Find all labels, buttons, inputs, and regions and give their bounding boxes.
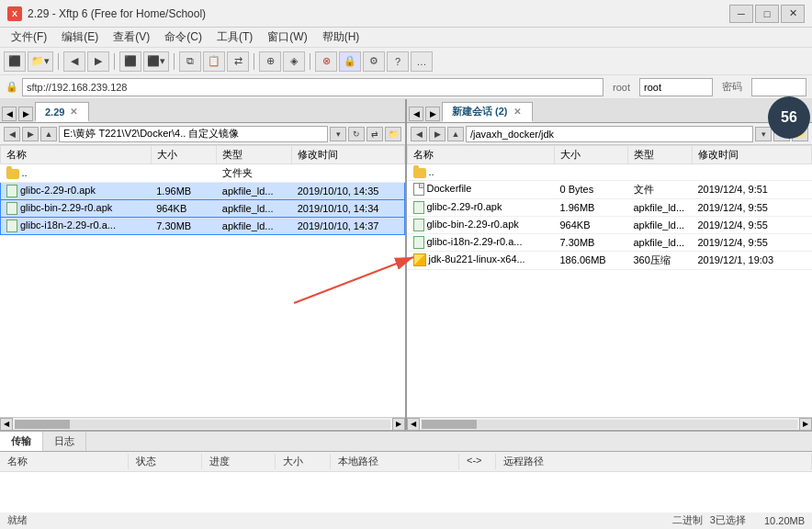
maximize-button[interactable]: □ — [755, 5, 779, 23]
window-title: 2.29 - Xftp 6 (Free for Home/School) — [28, 7, 729, 20]
left-refresh[interactable]: ↻ — [348, 127, 365, 141]
table-row[interactable]: glibc-bin-2.29-r0.apk 964KB apkfile_ld..… — [408, 216, 812, 233]
table-row[interactable]: jdk-8u221-linux-x64... 186.06MB 360压缩 20… — [408, 251, 812, 269]
toolbar-btn-paste[interactable]: 📋 — [203, 51, 225, 72]
right-tab-close[interactable]: ✕ — [512, 107, 523, 117]
col-progress: 进度 — [202, 454, 276, 469]
left-nav-forward[interactable]: ▶ — [22, 127, 39, 141]
table-row[interactable]: Dockerfile 0 Bytes 文件 2019/12/4, 9:51 — [408, 180, 812, 198]
right-tab-prev[interactable]: ◀ — [409, 107, 423, 121]
menu-help[interactable]: 帮助(H) — [315, 28, 367, 47]
toolbar-btn-info[interactable]: … — [411, 51, 433, 72]
right-scroll-right[interactable]: ▶ — [799, 418, 812, 431]
lock-icon: 🔒 — [6, 81, 18, 93]
right-scroll-track[interactable] — [422, 420, 797, 429]
menu-edit[interactable]: 编辑(E) — [54, 28, 106, 47]
toolbar-btn-circle[interactable]: ⊕ — [259, 51, 281, 72]
toolbar-btn-1[interactable]: ⬛ — [4, 51, 26, 72]
user-input[interactable] — [639, 78, 713, 96]
window-controls: ─ □ ✕ — [729, 5, 805, 23]
right-scroll-left[interactable]: ◀ — [407, 418, 420, 431]
right-hscroll[interactable]: ◀ ▶ — [407, 417, 812, 430]
minimize-button[interactable]: ─ — [729, 5, 753, 23]
left-tab-close[interactable]: ✕ — [68, 107, 79, 117]
left-path-dropdown[interactable]: ▾ — [330, 127, 346, 141]
bottom-tab-bar: 传输 日志 — [0, 432, 812, 452]
address-bar: 🔒 root 密码 — [0, 75, 812, 99]
table-row[interactable]: glibc-i18n-2.29-r0.a... 7.30MB apkfile_l… — [408, 233, 812, 251]
toolbar-btn-green-lock[interactable]: 🔒 — [339, 51, 361, 72]
folder-icon — [413, 168, 426, 178]
table-row[interactable]: glibc-bin-2.29-r0.apk 964KB apkfile_ld..… — [1, 200, 405, 218]
toolbar-btn-4[interactable]: ⬛▾ — [143, 51, 169, 72]
right-path-input[interactable] — [466, 126, 753, 142]
col-remote-path: 远程路径 — [496, 454, 812, 469]
left-open-folder[interactable]: 📁 — [385, 127, 401, 141]
right-nav-up[interactable]: ▲ — [447, 127, 464, 141]
close-button[interactable]: ✕ — [781, 5, 805, 23]
right-col-name: 名称 — [408, 146, 555, 164]
right-scroll-thumb[interactable] — [422, 420, 477, 429]
toolbar-btn-arrow[interactable]: ⇄ — [227, 51, 249, 72]
table-row[interactable]: glibc-2.29-r0.apk 1.96MB apkfile_ld... 2… — [1, 183, 405, 200]
toolbar-btn-copy[interactable]: ⧉ — [179, 51, 201, 72]
table-row[interactable]: glibc-2.29-r0.apk 1.96MB apkfile_ld... 2… — [408, 198, 812, 216]
toolbar-btn-red-circle[interactable]: ⊗ — [315, 51, 337, 72]
tab-transfer[interactable]: 传输 — [0, 432, 43, 451]
apk-icon — [413, 219, 424, 231]
toolbar-btn-5[interactable]: ◈ — [283, 51, 305, 72]
left-scroll-thumb[interactable] — [15, 420, 70, 429]
right-nav-back[interactable]: ◀ — [411, 127, 427, 141]
menu-file[interactable]: 文件(F) — [4, 28, 54, 47]
address-input[interactable] — [22, 78, 603, 96]
menu-view[interactable]: 查看(V) — [106, 28, 157, 47]
left-scroll-left[interactable]: ◀ — [0, 418, 13, 431]
left-nav-back[interactable]: ◀ — [4, 127, 20, 141]
left-tab-229[interactable]: 2.29 ✕ — [35, 102, 89, 122]
right-tab-bar: ◀ ▶ 新建会话 (2) ✕ — [407, 99, 812, 123]
right-tab-next[interactable]: ▶ — [425, 107, 440, 121]
table-row[interactable]: .. 文件夹 — [1, 164, 405, 183]
toolbar-separator-1 — [58, 53, 59, 70]
left-scroll-right[interactable]: ▶ — [392, 418, 405, 431]
circle-badge-value: 56 — [781, 109, 797, 126]
left-scroll-track[interactable] — [15, 420, 390, 429]
left-hscroll[interactable]: ◀ ▶ — [0, 417, 405, 430]
right-tab-new-session[interactable]: 新建会话 (2) ✕ — [442, 102, 533, 122]
toolbar-btn-folder[interactable]: 📁▾ — [28, 51, 53, 72]
toolbar-btn-gear[interactable]: ⚙ — [363, 51, 385, 72]
menu-window[interactable]: 窗口(W) — [260, 28, 314, 47]
left-col-name: 名称 — [1, 146, 152, 164]
col-size: 大小 — [276, 454, 331, 469]
table-row[interactable]: glibc-i18n-2.29-r0.a... 7.30MB apkfile_l… — [1, 218, 405, 235]
left-path-input[interactable] — [59, 126, 328, 142]
left-panel-nav: ◀ ▶ ▲ ▾ ↻ ⇄ 📁 — [0, 123, 405, 145]
file-icon — [413, 183, 424, 196]
right-nav-forward[interactable]: ▶ — [429, 127, 445, 141]
table-row[interactable]: .. — [408, 164, 812, 181]
toolbar-btn-3[interactable]: ⬛ — [119, 51, 141, 72]
right-col-type: 类型 — [628, 146, 693, 164]
left-sync[interactable]: ⇄ — [367, 127, 383, 141]
pass-input[interactable] — [751, 78, 806, 96]
status-ready: 就绪 — [7, 513, 28, 527]
left-panel: ◀ ▶ 2.29 ✕ ◀ ▶ ▲ ▾ ↻ ⇄ 📁 — [0, 99, 407, 430]
toolbar-btn-back[interactable]: ◀ — [63, 51, 85, 72]
left-tab-prev[interactable]: ◀ — [2, 107, 17, 121]
right-tab-label: 新建会话 (2) — [452, 105, 508, 118]
tab-log[interactable]: 日志 — [43, 432, 86, 451]
menu-tools[interactable]: 工具(T) — [209, 28, 260, 47]
toolbar-btn-forward[interactable]: ▶ — [87, 51, 109, 72]
transfer-panel: 传输 日志 名称 状态 进度 大小 本地路径 <-> 远程路径 — [0, 430, 812, 511]
menu-command[interactable]: 命令(C) — [157, 28, 209, 47]
col-name: 名称 — [0, 454, 129, 469]
toolbar-btn-help[interactable]: ? — [387, 51, 409, 72]
left-tab-next[interactable]: ▶ — [18, 107, 33, 121]
left-nav-up[interactable]: ▲ — [40, 127, 57, 141]
col-status: 状态 — [129, 454, 202, 469]
right-panel-nav: ◀ ▶ ▲ ▾ ↻ 📁 — [407, 123, 812, 145]
apk-icon — [6, 202, 17, 215]
right-path-dropdown[interactable]: ▾ — [755, 127, 772, 141]
status-size: 10.20MB — [764, 515, 805, 526]
apk-icon — [413, 201, 424, 214]
